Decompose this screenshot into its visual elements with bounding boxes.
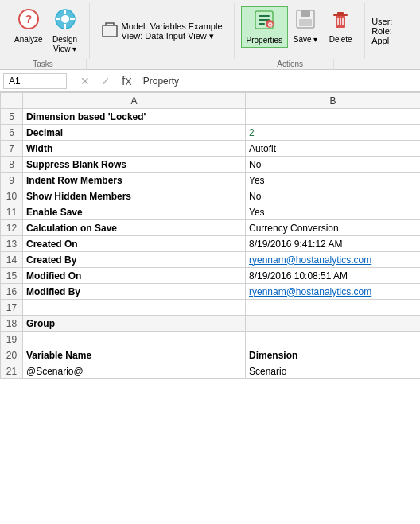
row-number: 13 — [1, 236, 23, 252]
table-row[interactable]: 5Dimension based 'Locked' — [1, 109, 421, 125]
save-label: Save ▾ — [294, 35, 318, 45]
cell-b[interactable]: No — [246, 188, 421, 204]
cell-a[interactable]: Enable Save — [23, 204, 246, 220]
formula-bar-divider — [72, 73, 72, 89]
row-number: 14 — [1, 252, 23, 268]
row-number: 15 — [1, 268, 23, 284]
properties-button[interactable]: ⚙ Properties — [241, 6, 289, 48]
cell-a[interactable]: Calculation on Save — [23, 220, 246, 236]
actions-label: Actions — [247, 59, 334, 69]
cell-b[interactable]: Dimension — [246, 347, 421, 363]
user-label-bar — [334, 59, 420, 69]
row-number: 7 — [1, 141, 23, 157]
fx-icon[interactable]: fx — [119, 74, 134, 88]
user-label: User: — [371, 17, 392, 26]
cell-b[interactable]: 8/19/2016 10:08:51 AM — [246, 268, 421, 284]
analyze-icon: ? — [18, 8, 40, 33]
save-button[interactable]: Save ▾ — [288, 6, 323, 46]
table-row[interactable]: 6Decimal2 — [1, 125, 421, 141]
cancel-icon[interactable]: ✕ — [77, 73, 93, 89]
cell-a[interactable]: Show Hidden Members — [23, 188, 246, 204]
cell-a[interactable] — [23, 332, 246, 347]
row-number: 20 — [1, 347, 23, 363]
design-view-button[interactable]: DesignView ▾ — [48, 6, 83, 56]
cell-a[interactable]: Group — [23, 316, 246, 332]
row-number: 5 — [1, 109, 23, 125]
table-row[interactable]: 11Enable SaveYes — [1, 204, 421, 220]
cell-b[interactable]: 2 — [246, 125, 421, 141]
tasks-label: Tasks — [0, 59, 87, 69]
cell-b[interactable]: ryennam@hostanalytics.com — [246, 252, 421, 268]
table-row[interactable]: 15Modified On8/19/2016 10:08:51 AM — [1, 268, 421, 284]
delete-label: Delete — [329, 35, 352, 45]
row-number: 16 — [1, 284, 23, 300]
table-row[interactable]: 20Variable NameDimension — [1, 347, 421, 363]
row-number: 19 — [1, 332, 23, 347]
cell-reference-box[interactable]: A1 — [3, 73, 67, 89]
cell-b[interactable] — [246, 316, 421, 332]
appl-label: Appl — [371, 36, 389, 45]
row-number: 17 — [1, 300, 23, 316]
table-row[interactable]: 17 — [1, 300, 421, 316]
cell-b[interactable]: 8/19/2016 9:41:12 AM — [246, 236, 421, 252]
cell-b[interactable] — [246, 300, 421, 316]
table-row[interactable]: 13Created On8/19/2016 9:41:12 AM — [1, 236, 421, 252]
row-number: 8 — [1, 157, 23, 173]
column-header-row: A B — [1, 93, 421, 109]
cell-b[interactable]: Yes — [246, 173, 421, 188]
cell-a[interactable]: Modified By — [23, 284, 246, 300]
table-row[interactable]: 9Indent Row MembersYes — [1, 173, 421, 188]
svg-rect-20 — [337, 12, 344, 14]
analyze-button[interactable]: ? Analyze — [10, 6, 48, 46]
confirm-icon[interactable]: ✓ — [98, 73, 114, 89]
cell-b[interactable]: ryennam@hostanalytics.com — [246, 284, 421, 300]
cell-a[interactable]: Created By — [23, 252, 246, 268]
cell-b[interactable] — [246, 109, 421, 125]
table-row[interactable]: 21@Scenario@Scenario — [1, 363, 421, 379]
table-row[interactable]: 18Group — [1, 316, 421, 332]
cell-a[interactable]: Indent Row Members — [23, 173, 246, 188]
cell-b[interactable] — [246, 332, 421, 347]
cell-b[interactable]: Yes — [246, 204, 421, 220]
cell-b[interactable]: No — [246, 157, 421, 173]
cell-a[interactable]: Created On — [23, 236, 246, 252]
svg-rect-8 — [103, 25, 117, 37]
formula-content: 'Property — [138, 74, 417, 88]
ribbon-group-actions: ⚙ Properties Save ▾ — [235, 3, 366, 59]
ribbon-group-tasks: ? Analyze DesignView ▾ — [3, 3, 90, 59]
cell-a[interactable]: Suppress Blank Rows — [23, 157, 246, 173]
design-view-label: DesignView ▾ — [52, 35, 77, 54]
delete-button[interactable]: Delete — [323, 6, 358, 46]
table-row[interactable]: 14Created Byryennam@hostanalytics.com — [1, 252, 421, 268]
svg-point-3 — [61, 15, 69, 23]
cell-b[interactable]: Autofit — [246, 141, 421, 157]
table-row[interactable]: 8Suppress Blank RowsNo — [1, 157, 421, 173]
col-b-header[interactable]: B — [246, 93, 421, 109]
row-number: 18 — [1, 316, 23, 332]
analyze-label: Analyze — [14, 35, 43, 45]
cell-a[interactable]: Dimension based 'Locked' — [23, 109, 246, 125]
table-row[interactable]: 16Modified Byryennam@hostanalytics.com — [1, 284, 421, 300]
cell-a[interactable]: Variable Name — [23, 347, 246, 363]
spreadsheet[interactable]: A B 5Dimension based 'Locked'6Decimal27W… — [0, 92, 420, 521]
model-icon — [101, 21, 119, 41]
cell-a[interactable]: @Scenario@ — [23, 363, 246, 379]
cell-a[interactable]: Decimal — [23, 125, 246, 141]
cell-a[interactable]: Modified On — [23, 268, 246, 284]
row-number: 6 — [1, 125, 23, 141]
table-row[interactable]: 19 — [1, 332, 421, 347]
corner-cell — [1, 93, 23, 109]
formula-icons: ✕ ✓ fx — [77, 73, 134, 89]
table-row[interactable]: 10Show Hidden MembersNo — [1, 188, 421, 204]
model-button[interactable]: Model: Variables ExampleView: Data Input… — [96, 20, 228, 43]
row-number: 9 — [1, 173, 23, 188]
table-row[interactable]: 7WidthAutofit — [1, 141, 421, 157]
cell-a[interactable]: Width — [23, 141, 246, 157]
col-a-header[interactable]: A — [23, 93, 246, 109]
table-row[interactable]: 12Calculation on SaveCurrency Conversion — [1, 220, 421, 236]
cell-a[interactable] — [23, 300, 246, 316]
row-number: 10 — [1, 188, 23, 204]
cell-b[interactable]: Currency Conversion — [246, 220, 421, 236]
svg-rect-10 — [259, 15, 270, 17]
cell-b[interactable]: Scenario — [246, 363, 421, 379]
